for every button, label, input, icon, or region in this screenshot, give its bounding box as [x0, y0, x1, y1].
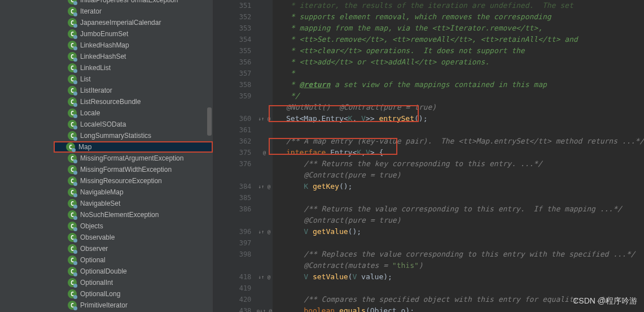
code-line[interactable]: @Contract(mutates = "this"): [277, 260, 644, 271]
tree-item-label: PrimitiveIterator: [80, 301, 128, 309]
line-number: [213, 215, 251, 226]
tree-item-listiterator[interactable]: CListIterator: [56, 85, 213, 96]
gutter-marker: [256, 215, 273, 226]
sidebar-scrollbar[interactable]: [207, 107, 212, 136]
gutter-marker[interactable]: ↓↑ @: [256, 226, 273, 237]
tree-item-map[interactable]: CMap: [54, 141, 213, 153]
gutter-marker[interactable]: ↓↑ @: [256, 181, 273, 192]
code-line[interactable]: V getValue();: [277, 226, 644, 237]
code-line[interactable]: [277, 124, 644, 136]
class-icon: C: [68, 210, 77, 219]
tree-item-nosuchelementexception[interactable]: CNoSuchElementException: [56, 209, 213, 220]
line-number: 361: [213, 124, 251, 136]
code-line[interactable]: */: [277, 90, 644, 102]
line-number: 420: [213, 294, 251, 305]
line-number: 438: [213, 305, 251, 312]
code-line[interactable]: * supports element removal, which remove…: [277, 11, 644, 23]
tree-item-label: ListIterator: [80, 86, 112, 94]
tree-item-optionallong[interactable]: COptionalLong: [56, 288, 213, 300]
code-line[interactable]: * <tt>clear</tt> operations. It does not…: [277, 45, 644, 57]
gutter-marker[interactable]: ↓↑ @: [256, 113, 273, 124]
tree-item-iterator[interactable]: CIterator: [56, 6, 213, 17]
tree-item-missingresourceexception[interactable]: CMissingResourceException: [56, 175, 213, 187]
gutter-marker: [256, 68, 273, 79]
code-line[interactable]: Set<Map.Entry<K, V>> entrySet();: [277, 113, 644, 124]
code-line[interactable]: V setValue(V value);: [277, 271, 644, 283]
gutter-marker[interactable]: @: [256, 147, 273, 158]
tree-item-jumboenumset[interactable]: CJumboEnumSet: [56, 28, 213, 40]
code-line[interactable]: * @return a set view of the mappings con…: [277, 79, 644, 90]
code-line[interactable]: [277, 192, 644, 203]
tree-item-label: NoSuchElementException: [80, 211, 159, 219]
class-icon: C: [68, 267, 77, 276]
line-number: 384: [213, 181, 251, 192]
code-line[interactable]: *: [277, 68, 644, 79]
tree-item-longsummarystatistics[interactable]: CLongSummaryStatistics: [56, 130, 213, 141]
gutter-marker: [256, 136, 273, 147]
tree-item-label: Map: [78, 143, 91, 151]
code-line[interactable]: * <tt>add</tt> or <tt>addAll</tt> operat…: [277, 57, 644, 68]
tree-item-listresourcebundle[interactable]: CListResourceBundle: [56, 96, 213, 107]
line-number: 396: [213, 226, 251, 237]
code-line[interactable]: [277, 237, 644, 249]
code-editor[interactable]: 3513523533543553563573583593603613623753…: [213, 0, 644, 312]
code-line[interactable]: [277, 283, 644, 294]
tree-item-label: MissingResourceException: [80, 177, 162, 185]
tree-item-missingformatwidthexception[interactable]: CMissingFormatWidthException: [56, 164, 213, 175]
tree-item-label: OptionalDouble: [80, 267, 127, 275]
class-icon: C: [68, 199, 77, 208]
gutter-marker[interactable]: ⊖↓↑ @: [256, 305, 273, 312]
gutter-marker: [256, 102, 273, 113]
tree-item-initialpropertiesformatexception[interactable]: CInitialPropertiesFormatException: [56, 0, 213, 6]
class-icon: C: [68, 18, 77, 27]
tree-item-observable[interactable]: CObservable: [56, 232, 213, 243]
gutter-marker: [256, 170, 273, 181]
gutter-icons[interactable]: ↓↑ @@↓↑ @↓↑ @↓↑ @⊖↓↑ @: [256, 0, 273, 312]
class-icon: C: [68, 233, 77, 242]
code-line[interactable]: @Contract(pure = true): [277, 170, 644, 181]
code-line[interactable]: @NotNull() @Contract(pure = true): [277, 102, 644, 113]
line-number: 385: [213, 192, 251, 203]
tree-item-label: Objects: [80, 222, 103, 230]
class-icon: C: [68, 7, 77, 16]
code-line[interactable]: /** Replaces the value corresponding to …: [277, 249, 644, 260]
code-line[interactable]: * <tt>Set.remove</tt>, <tt>removeAll</tt…: [277, 34, 644, 45]
tree-item-optional[interactable]: COptional: [56, 254, 213, 266]
tree-item-linkedhashset[interactable]: CLinkedHashSet: [56, 51, 213, 62]
code-line[interactable]: /** A map entry (key-value pair). The <t…: [277, 136, 644, 147]
line-number: 357: [213, 68, 251, 79]
gutter-marker: [256, 34, 273, 45]
class-icon: C: [68, 131, 77, 140]
gutter-marker: [256, 192, 273, 203]
tree-item-locale[interactable]: CLocale: [56, 107, 213, 119]
tree-item-observer[interactable]: CObserver: [56, 243, 213, 254]
tree-item-navigablemap[interactable]: CNavigableMap: [56, 187, 213, 198]
tree-item-japaneseimperialcalendar[interactable]: CJapaneseImperialCalendar: [56, 17, 213, 28]
project-tree-sidebar[interactable]: CInitialPropertiesFormatExceptionCIterat…: [0, 0, 213, 312]
gutter-marker: [256, 260, 273, 271]
tree-item-linkedlist[interactable]: CLinkedList: [56, 62, 213, 73]
code-line[interactable]: @Contract(pure = true): [277, 215, 644, 226]
tree-item-localeisodata[interactable]: CLocaleISOData: [56, 119, 213, 130]
tree-item-label: ListResourceBundle: [80, 98, 141, 106]
tree-item-list[interactable]: CList: [56, 73, 213, 85]
tree-item-optionaldouble[interactable]: COptionalDouble: [56, 266, 213, 277]
code-line[interactable]: interface Entry<K,V> {: [277, 147, 644, 158]
code-line[interactable]: /** Returns the key corresponding to thi…: [277, 158, 644, 170]
code-line[interactable]: * mapping from the map, via the <tt>Iter…: [277, 23, 644, 34]
code-content[interactable]: * iterator, the results of the iteration…: [273, 0, 644, 312]
tree-item-objects[interactable]: CObjects: [56, 220, 213, 232]
class-icon: C: [68, 289, 77, 298]
class-icon: C: [68, 52, 77, 61]
code-line[interactable]: * iterator, the results of the iteration…: [277, 0, 644, 11]
tree-item-primitiveiterator[interactable]: CPrimitiveIterator: [56, 300, 213, 311]
tree-item-optionalint[interactable]: COptionalInt: [56, 277, 213, 288]
gutter-marker: [256, 57, 273, 68]
code-line[interactable]: /** Returns the value corresponding to t…: [277, 203, 644, 215]
tree-item-missingformatargumentexception[interactable]: CMissingFormatArgumentException: [56, 153, 213, 164]
gutter-marker[interactable]: ↓↑ @: [256, 271, 273, 283]
code-line[interactable]: K getKey();: [277, 181, 644, 192]
tree-item-linkedhashmap[interactable]: CLinkedHashMap: [56, 40, 213, 51]
class-icon: C: [68, 222, 77, 231]
tree-item-navigableset[interactable]: CNavigableSet: [56, 198, 213, 209]
